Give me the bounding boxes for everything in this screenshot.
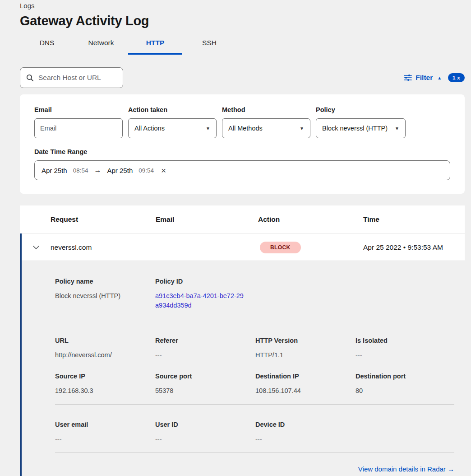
detail-field-label: Source port — [155, 373, 255, 380]
gateway-activity-log-page: Logs Gateway Activity Log DNS Network HT… — [0, 0, 471, 476]
toolbar: Filter ▲ 1 x — [20, 67, 465, 88]
email-filter-input[interactable] — [35, 119, 122, 138]
detail-field-label: Policy name — [55, 278, 155, 285]
range-start-time[interactable]: 08:54 — [73, 167, 88, 174]
detail-field-value: Block neverssl (HTTP) — [55, 291, 155, 301]
detail-field: HTTP Version HTTP/1.1 — [255, 337, 356, 360]
request-info-section: URL http://neverssl.com/ Referer --- HTT… — [55, 337, 454, 360]
search-icon — [26, 74, 34, 82]
filter-policy-group: Policy Block neverssl (HTTP) ▼ — [316, 106, 406, 138]
filter-controls: Filter ▲ 1 x — [404, 73, 465, 82]
detail-field: Is Isolated --- — [356, 337, 454, 360]
detail-field: Destination port 80 — [356, 373, 454, 396]
detail-field: Policy name Block neverssl (HTTP) — [55, 278, 155, 310]
collapse-caret-icon: ▲ — [437, 75, 442, 80]
filter-action-group: Action taken All Actions ▼ — [128, 106, 217, 138]
detail-field-label: HTTP Version — [255, 337, 356, 344]
detail-field: Source IP 192.168.30.3 — [55, 373, 155, 396]
detail-field-label: Is Isolated — [356, 337, 454, 344]
detail-field: Device ID --- — [255, 421, 356, 444]
table-row[interactable]: neverssl.com BLOCK Apr 25 2022 • 9:53:53… — [22, 233, 465, 261]
detail-field-value: --- — [155, 434, 255, 444]
detail-field-label: Source IP — [55, 373, 155, 380]
radar-link-row: View domain details in Radar → — [55, 465, 454, 473]
action-taken-select[interactable]: All Actions ▼ — [128, 118, 217, 138]
daterange-label: Date Time Range — [34, 148, 450, 155]
detail-field-value: 108.156.107.44 — [255, 386, 356, 396]
email-filter-label: Email — [34, 106, 123, 113]
column-header-time: Time — [363, 215, 465, 224]
detail-field: User email --- — [55, 421, 155, 444]
clear-range-icon[interactable]: × — [161, 166, 166, 175]
row-request: neverssl.com — [51, 243, 156, 252]
network-section: Source IP 192.168.30.3 Source port 55378… — [55, 373, 454, 396]
tab-http[interactable]: HTTP — [128, 39, 182, 54]
detail-field: User ID --- — [155, 421, 255, 444]
chevron-down-icon — [32, 245, 40, 250]
filter-daterange-group: Date Time Range Apr 25th 08:54 → Apr 25t… — [34, 148, 450, 180]
table-header-row: Request Email Action Time — [20, 205, 465, 233]
detail-field-value: HTTP/1.1 — [255, 350, 356, 360]
filter-icon — [404, 74, 412, 81]
detail-field-value: 55378 — [155, 386, 255, 396]
detail-field: Source port 55378 — [155, 373, 255, 396]
search-box[interactable] — [20, 67, 123, 88]
activity-table: Request Email Action Time neverssl.com B… — [20, 205, 465, 476]
column-header-email: Email — [156, 215, 258, 224]
filter-email-group: Email — [34, 106, 123, 138]
section-divider — [55, 452, 454, 453]
detail-field-label: Referer — [155, 337, 255, 344]
filter-label: Filter — [416, 74, 433, 82]
daterange-field[interactable]: Apr 25th 08:54 → Apr 25th 09:54 × — [34, 160, 450, 180]
detail-field: Destination IP 108.156.107.44 — [255, 373, 356, 396]
filter-toggle-button[interactable]: Filter ▲ — [404, 74, 442, 82]
method-label: Method — [222, 106, 310, 113]
log-type-tabs: DNS Network HTTP SSH — [20, 39, 236, 54]
detail-field: Referer --- — [155, 337, 255, 360]
dropdown-caret-icon: ▼ — [300, 126, 304, 131]
range-end-date[interactable]: Apr 25th — [107, 167, 133, 174]
detail-field-label: User ID — [155, 421, 255, 428]
detail-field-value: --- — [155, 350, 255, 360]
section-divider — [55, 404, 454, 405]
view-in-radar-link[interactable]: View domain details in Radar → — [358, 465, 454, 473]
page-header: Logs Gateway Activity Log — [0, 0, 471, 28]
detail-field-label: Destination port — [356, 373, 454, 380]
action-taken-value: All Actions — [134, 125, 165, 132]
policy-id-link[interactable]: a91c3eb4-ba7a-4201-be72-29a934dd359d — [155, 291, 244, 310]
filter-panel: Email Action taken All Actions ▼ Method … — [20, 94, 465, 194]
detail-field-value: http://neverssl.com/ — [55, 350, 155, 360]
dropdown-caret-icon: ▼ — [206, 126, 210, 131]
column-header-request: Request — [51, 215, 156, 224]
row-detail-panel: Policy name Block neverssl (HTTP) Policy… — [22, 261, 465, 476]
filter-count-badge[interactable]: 1 x — [448, 73, 465, 82]
breadcrumb: Logs — [20, 2, 465, 9]
detail-field: URL http://neverssl.com/ — [55, 337, 155, 360]
detail-field-label: Device ID — [255, 421, 356, 428]
action-status-badge: BLOCK — [260, 242, 301, 253]
range-arrow-icon: → — [94, 166, 102, 174]
search-input[interactable] — [38, 74, 129, 82]
detail-field-empty — [356, 421, 454, 444]
detail-field-label: URL — [55, 337, 155, 344]
filter-row: Email Action taken All Actions ▼ Method … — [34, 106, 450, 138]
detail-field-label: Policy ID — [155, 278, 255, 285]
range-start-date[interactable]: Apr 25th — [42, 167, 67, 174]
user-section: User email --- User ID --- Device ID --- — [55, 421, 454, 444]
section-divider — [55, 320, 454, 320]
row-time: Apr 25 2022 • 9:53:53 AM — [363, 243, 465, 252]
policy-label: Policy — [316, 106, 406, 113]
expanded-row-group: neverssl.com BLOCK Apr 25 2022 • 9:53:53… — [20, 233, 465, 476]
tab-network[interactable]: Network — [74, 39, 128, 54]
tab-ssh[interactable]: SSH — [182, 39, 236, 54]
detail-field-value: --- — [255, 434, 356, 444]
range-end-time[interactable]: 09:54 — [139, 167, 154, 174]
filter-method-group: Method All Methods ▼ — [222, 106, 310, 138]
policy-select[interactable]: Block neverssl (HTTP) ▼ — [316, 118, 406, 138]
method-select[interactable]: All Methods ▼ — [222, 118, 310, 138]
detail-field-label: Destination IP — [255, 373, 356, 380]
row-expander[interactable] — [22, 245, 51, 250]
tab-dns[interactable]: DNS — [20, 39, 74, 54]
policy-value: Block neverssl (HTTP) — [322, 125, 388, 132]
detail-field: Policy ID a91c3eb4-ba7a-4201-be72-29a934… — [155, 278, 255, 310]
